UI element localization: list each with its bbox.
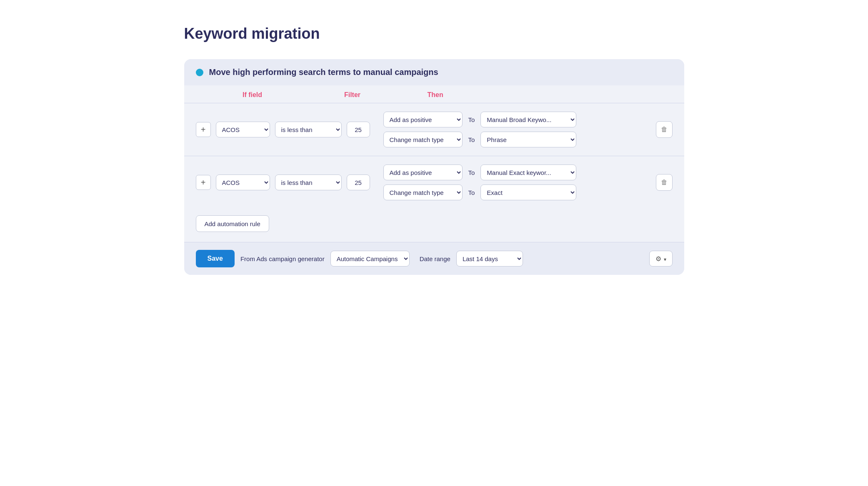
to-label-2-1: To <box>467 169 477 176</box>
rule-row-2: + ACOS ROAS Clicks Orders is less than i… <box>184 156 684 209</box>
add-condition-btn-1[interactable]: + <box>196 122 211 137</box>
settings-button[interactable] <box>649 251 673 267</box>
threshold-input-2[interactable] <box>347 174 370 190</box>
filter-select-2[interactable]: is less than is greater than is equal to <box>275 174 342 190</box>
delete-rule-btn-2[interactable] <box>656 174 673 191</box>
footer-row: Save From Ads campaign generator Automat… <box>184 242 684 275</box>
action-row-1-1: Add as positive Add as negative Change m… <box>383 112 647 127</box>
rule-row-1: + ACOS ROAS Clicks Orders is less than i… <box>184 103 684 156</box>
card-header: Move high performing search terms to man… <box>184 59 684 85</box>
to-label-1-1: To <box>467 116 477 123</box>
then-actions-1: Add as positive Add as negative Change m… <box>383 112 647 147</box>
trash-icon-2 <box>661 179 668 186</box>
col-then-label: Then <box>428 91 673 99</box>
action-select-1-1[interactable]: Add as positive Add as negative Change m… <box>383 112 463 127</box>
to-label-2-2: To <box>467 189 477 196</box>
gear-icon <box>655 255 661 263</box>
then-actions-2: Add as positive Add as negative Change m… <box>383 164 647 200</box>
from-ads-label: From Ads campaign generator <box>240 255 325 262</box>
action-select-1-2[interactable]: Change match type Add as positive Add as… <box>383 132 463 147</box>
destination-select-2-2[interactable]: Exact Phrase Broad <box>480 184 576 200</box>
trash-icon-1 <box>661 126 668 133</box>
action-row-1-2: Change match type Add as positive Add as… <box>383 132 647 147</box>
add-automation-rule-btn[interactable]: Add automation rule <box>196 215 269 232</box>
add-condition-btn-2[interactable]: + <box>196 175 211 190</box>
keyword-migration-card: Move high performing search terms to man… <box>184 59 684 275</box>
status-dot <box>196 69 203 76</box>
destination-select-1-2[interactable]: Phrase Exact Broad <box>480 132 576 147</box>
destination-select-2-1[interactable]: Manual Exact keywor... Manual Broad Keyw… <box>480 164 576 180</box>
action-row-2-1: Add as positive Add as negative Change m… <box>383 164 647 180</box>
destination-select-1-1[interactable]: Manual Broad Keywo... Manual Exact keywo… <box>480 112 576 127</box>
delete-rule-btn-1[interactable] <box>656 121 673 138</box>
col-if-field-label: If field <box>211 91 294 99</box>
page-title: Keyword migration <box>184 25 684 42</box>
filter-select-1[interactable]: is less than is greater than is equal to <box>275 122 342 137</box>
date-range-label: Date range <box>420 255 450 262</box>
columns-row: If field Filter Then <box>184 85 684 103</box>
card-header-title: Move high performing search terms to man… <box>209 67 438 77</box>
save-button[interactable]: Save <box>196 250 235 267</box>
action-select-2-1[interactable]: Add as positive Add as negative Change m… <box>383 164 463 180</box>
add-rule-section: Add automation rule <box>184 209 684 242</box>
action-row-2-2: Change match type Add as positive Add as… <box>383 184 647 200</box>
field-select-1[interactable]: ACOS ROAS Clicks Orders <box>216 122 270 137</box>
page-container: Keyword migration Move high performing s… <box>184 25 684 275</box>
chevron-down-icon <box>664 255 666 262</box>
threshold-input-1[interactable] <box>347 122 370 137</box>
from-campaigns-select[interactable]: Automatic Campaigns Manual Campaigns <box>330 251 410 267</box>
to-label-1-2: To <box>467 136 477 143</box>
date-range-select[interactable]: Last 14 days Last 7 days Last 30 days <box>456 251 523 267</box>
action-select-2-2[interactable]: Change match type Add as positive Add as… <box>383 184 463 200</box>
field-select-2[interactable]: ACOS ROAS Clicks Orders <box>216 174 270 190</box>
col-filter-label: Filter <box>303 91 403 99</box>
